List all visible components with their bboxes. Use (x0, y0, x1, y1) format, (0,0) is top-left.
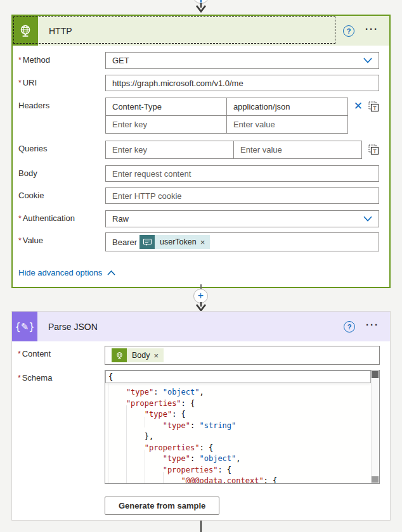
query-row-empty (106, 141, 361, 158)
globe-icon (13, 16, 38, 46)
value-text: Bearer (110, 238, 137, 247)
token-name: userToken (160, 238, 197, 246)
schema-code-line: "type": "string" (105, 417, 371, 428)
ellipsis-menu-button[interactable]: ··· (366, 322, 379, 332)
method-label: *Method (18, 52, 105, 65)
hide-advanced-options-link[interactable]: Hide advanced options (18, 268, 115, 277)
required-asterisk: * (18, 79, 22, 87)
help-icon: ? (347, 323, 352, 331)
queries-label: Queries (18, 141, 105, 154)
http-card-title: HTTP (38, 16, 343, 46)
token-name: Body (132, 351, 150, 360)
schema-code-line: "type": "object", (105, 450, 371, 461)
header-value-input-empty[interactable] (227, 116, 347, 133)
authentication-label: *Authentication (18, 210, 105, 224)
body-token-pill[interactable]: Body × (112, 348, 164, 362)
parse-json-action-card: {✎} Parse JSON ? ··· *Content (11, 311, 391, 521)
usertoken-token-pill[interactable]: userToken × (139, 235, 210, 249)
plus-icon (200, 0, 202, 3)
help-button[interactable]: ? (343, 25, 354, 37)
value-label: *Value (18, 232, 105, 246)
method-dropdown[interactable]: GET (105, 52, 379, 69)
authentication-dropdown[interactable]: Raw (105, 210, 379, 227)
headers-table (105, 98, 348, 134)
schema-label: *Schema (18, 370, 105, 383)
headers-label: Headers (18, 98, 105, 111)
cookie-label: Cookie (18, 187, 105, 201)
required-asterisk: * (18, 56, 22, 65)
authentication-value: Raw (112, 214, 363, 224)
schema-code-line: "properties": { (105, 395, 371, 406)
cookie-input[interactable] (105, 187, 379, 204)
help-icon: ? (347, 27, 351, 35)
variable-chat-icon (139, 235, 155, 249)
remove-token-icon[interactable]: × (154, 351, 159, 360)
help-button[interactable]: ? (344, 321, 355, 332)
required-asterisk: * (18, 236, 22, 245)
ellipsis-icon: ··· (365, 23, 379, 34)
chevron-down-icon (363, 58, 372, 63)
generate-from-sample-button[interactable]: Generate from sample (105, 497, 219, 515)
body-label: Body (18, 165, 105, 179)
schema-code-line: "@@@odata.context": { (105, 472, 371, 483)
header-row-empty (106, 116, 347, 133)
parse-json-card-header[interactable]: {✎} Parse JSON ? ··· (12, 312, 390, 341)
uri-input[interactable] (105, 75, 379, 91)
remove-token-icon[interactable]: × (200, 238, 205, 247)
http-card-header[interactable]: HTTP ? ··· (13, 16, 389, 46)
value-input[interactable]: Bearer userToken (105, 232, 379, 251)
body-input[interactable] (105, 165, 379, 182)
header-row (106, 98, 347, 116)
chevron-down-icon (363, 216, 372, 222)
switch-to-text-mode-icon[interactable]: T (368, 144, 379, 155)
schema-code-line: "type": { (105, 405, 371, 417)
switch-to-text-mode-icon[interactable]: T (368, 101, 379, 112)
ellipsis-menu-button[interactable]: ··· (365, 26, 379, 36)
query-key-input[interactable] (106, 141, 233, 158)
content-label: *Content (18, 346, 105, 359)
header-value-input[interactable] (227, 98, 347, 115)
method-value: GET (112, 56, 363, 65)
arrow-down-icon (195, 3, 207, 13)
header-key-input[interactable] (106, 98, 226, 115)
schema-code-line: { (105, 370, 371, 383)
schema-code-line: "type": "object", (105, 383, 371, 395)
svg-text:T: T (373, 148, 377, 155)
insert-step-button[interactable]: + (193, 289, 208, 303)
required-asterisk: * (18, 374, 21, 383)
query-value-input[interactable] (234, 141, 361, 158)
delete-header-row-button[interactable]: ✕ (354, 101, 363, 111)
schema-code[interactable]: {"type": "object","properties": {"type":… (105, 370, 371, 483)
connector-line-bottom (200, 521, 202, 532)
schema-vertical-scrollbar[interactable] (371, 370, 379, 483)
ellipsis-icon: ··· (366, 319, 379, 330)
scrollbar-thumb-horizontal[interactable] (372, 476, 379, 483)
uri-label: *URI (18, 75, 105, 88)
http-action-card: HTTP ? ··· *Method GET *URI (11, 15, 391, 288)
required-asterisk: * (18, 214, 22, 223)
queries-table (105, 141, 362, 159)
advanced-options-label: Hide advanced options (18, 268, 102, 277)
parse-json-card-title: Parse JSON (37, 312, 344, 341)
plus-icon: + (198, 290, 204, 301)
header-key-input-empty[interactable] (106, 116, 226, 133)
braces-pencil-icon: {✎} (12, 312, 37, 341)
required-asterisk: * (18, 350, 21, 358)
svg-text:T: T (373, 105, 377, 111)
chevron-up-icon (107, 270, 115, 276)
content-input[interactable]: Body × (105, 346, 380, 365)
flow-designer-canvas: HTTP ? ··· *Method GET *URI (0, 0, 402, 532)
globe-icon (112, 348, 127, 362)
scrollbar-thumb[interactable] (372, 371, 379, 378)
schema-code-line: }, (105, 428, 371, 439)
schema-editor[interactable]: {"type": "object","properties": {"type":… (105, 370, 380, 484)
schema-code-line: "properties": { (105, 439, 371, 450)
